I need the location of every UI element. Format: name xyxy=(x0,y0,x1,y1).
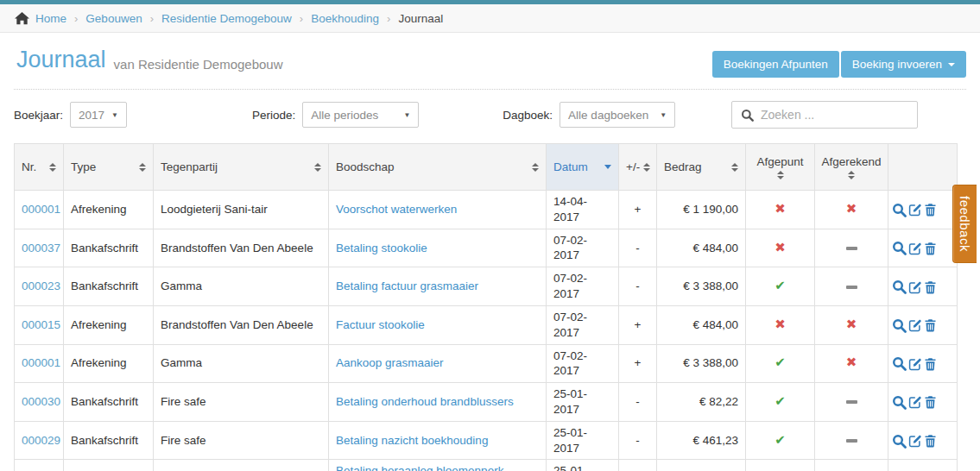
delete-button[interactable] xyxy=(924,318,937,332)
cell-actions xyxy=(888,344,958,383)
delete-button[interactable] xyxy=(924,242,937,255)
view-button[interactable] xyxy=(892,395,907,410)
entry-message-link[interactable]: Betaling heraanleg bloemenperk voortuin xyxy=(336,464,503,471)
sort-down-icon xyxy=(848,176,855,179)
feedback-tab[interactable]: feedback xyxy=(952,185,977,263)
cell-boodschap: Betaling factuur grasmaaier xyxy=(329,267,547,306)
cell-type: Bankafschrift xyxy=(64,460,154,471)
edit-button[interactable] xyxy=(908,242,922,255)
cell-bedrag: € 55,89 xyxy=(657,460,746,471)
boekingen-afpunten-button[interactable]: Boekingen Afpunten xyxy=(712,51,839,78)
column-header-+/-[interactable]: +/- xyxy=(619,144,657,191)
search-box xyxy=(731,101,918,129)
cell-sign: + xyxy=(619,344,657,383)
cell-boodschap: Voorschot waterwerken xyxy=(329,191,547,229)
column-header-Bedrag[interactable]: Bedrag xyxy=(657,144,746,191)
cell-boodschap: Betaling stookolie xyxy=(329,229,547,267)
column-label: Nr. xyxy=(22,160,36,175)
breadcrumb-item-home[interactable]: Home xyxy=(15,12,66,25)
delete-button[interactable] xyxy=(924,357,937,371)
delete-button[interactable] xyxy=(924,434,937,448)
entry-number-link[interactable]: 000029 xyxy=(22,434,60,447)
breadcrumb-item-residentie-demogebouw[interactable]: Residentie Demogebouw xyxy=(161,12,292,25)
edit-icon xyxy=(908,242,922,255)
sort-down-icon xyxy=(314,168,321,172)
cell-boodschap: Betaling nazicht boekhouding xyxy=(329,421,547,460)
entry-number-link[interactable]: 000030 xyxy=(22,395,60,408)
column-header-actions xyxy=(888,144,958,191)
column-header-Afgepunt[interactable]: Afgepunt xyxy=(746,144,815,191)
entry-number-link[interactable]: 000001 xyxy=(22,356,60,369)
entry-message-link[interactable]: Betaling factuur grasmaaier xyxy=(336,279,478,292)
entry-number-link[interactable]: 000037 xyxy=(22,242,60,254)
column-label: +/- xyxy=(626,160,640,175)
view-button[interactable] xyxy=(892,203,907,217)
delete-button[interactable] xyxy=(924,395,937,409)
cross-icon: ✖ xyxy=(775,201,786,217)
entry-number-link[interactable]: 000001 xyxy=(22,203,60,216)
cell-type: Bankafschrift xyxy=(64,421,154,460)
column-header-Afgerekend[interactable]: Afgerekend xyxy=(815,144,888,191)
entry-message-link[interactable]: Voorschot waterwerken xyxy=(336,203,457,216)
entry-message-link[interactable]: Betaling onderhoud brandblussers xyxy=(336,395,514,408)
column-header-Boodschap[interactable]: Boodschap xyxy=(329,144,547,191)
cell-type: Afrekening xyxy=(64,191,154,229)
sort-up-icon xyxy=(49,163,56,166)
edit-button[interactable] xyxy=(908,203,922,217)
cell-datum: 25-01-2017 xyxy=(547,383,619,422)
delete-button[interactable] xyxy=(924,203,937,217)
edit-button[interactable] xyxy=(908,357,922,371)
sort-down-icon xyxy=(532,168,539,172)
entry-message-link[interactable]: Factuur stookolie xyxy=(336,318,425,331)
view-button[interactable] xyxy=(892,279,907,294)
cell-afgepunt: ✖ xyxy=(746,305,815,344)
breadcrumb-item-gebouwen[interactable]: Gebouwen xyxy=(85,12,142,25)
edit-button[interactable] xyxy=(908,434,922,448)
boekjaar-select[interactable]: 2017 ▼ xyxy=(70,102,127,128)
column-header-Nr.[interactable]: Nr. xyxy=(15,144,64,191)
periode-select[interactable]: Alle periodes ▼ xyxy=(302,102,419,128)
column-header-Type[interactable]: Type xyxy=(64,144,154,191)
search-input[interactable] xyxy=(761,108,908,122)
dagboek-select[interactable]: Alle dagboeken ▼ xyxy=(560,102,675,128)
entry-message-link[interactable]: Betaling nazicht boekhouding xyxy=(336,434,488,447)
cell-actions xyxy=(888,460,958,471)
view-button[interactable] xyxy=(892,434,907,449)
cell-afgepunt: ✖ xyxy=(746,191,815,229)
boeking-invoeren-button[interactable]: Boeking invoeren xyxy=(841,51,966,78)
table-row: 000023BankafschriftGammaBetaling factuur… xyxy=(15,267,958,306)
table-row: 000015AfrekeningBrandstoffen Van Den Abe… xyxy=(15,305,958,344)
sort-up-icon xyxy=(731,163,738,166)
entry-number-link[interactable]: 000023 xyxy=(22,279,60,292)
view-button[interactable] xyxy=(892,356,907,371)
magnifier-icon xyxy=(892,434,907,449)
column-label: Bedrag xyxy=(664,160,702,175)
column-label: Afgepunt xyxy=(756,154,803,170)
view-button[interactable] xyxy=(892,241,907,255)
cell-type: Bankafschrift xyxy=(64,229,154,267)
entry-number-link[interactable]: 000015 xyxy=(22,318,60,331)
breadcrumb-item-boekhouding[interactable]: Boekhouding xyxy=(311,12,379,25)
entry-message-link[interactable]: Aankoop grasmaaier xyxy=(336,356,444,369)
cell-tegenpartij: Gamma xyxy=(154,344,329,383)
delete-button[interactable] xyxy=(924,280,937,294)
cell-boodschap: Betaling onderhoud brandblussers xyxy=(329,383,547,422)
table-row: 000030BankafschriftFire safeBetaling ond… xyxy=(15,383,958,422)
cell-afgepunt: ✔ xyxy=(746,383,815,422)
cross-icon: ✖ xyxy=(775,317,786,332)
view-button[interactable] xyxy=(892,318,907,333)
column-header-Tegenpartij[interactable]: Tegenpartij xyxy=(154,144,329,191)
cell-datum: 25-01-2017 xyxy=(547,421,619,460)
edit-button[interactable] xyxy=(908,395,922,409)
trash-icon xyxy=(924,395,937,409)
table-row: 000037BankafschriftBrandstoffen Van Den … xyxy=(15,229,958,267)
entry-message-link[interactable]: Betaling stookolie xyxy=(336,242,427,254)
column-header-Datum[interactable]: Datum xyxy=(547,144,619,191)
cell-afgerekend xyxy=(815,383,888,422)
edit-button[interactable] xyxy=(908,318,922,332)
cell-actions xyxy=(888,267,958,306)
edit-icon xyxy=(908,434,922,448)
journal-table-body: 000001AfrekeningLoodgieterij Sani-tairVo… xyxy=(15,191,958,471)
edit-button[interactable] xyxy=(908,280,922,294)
magnifier-icon xyxy=(892,356,907,371)
